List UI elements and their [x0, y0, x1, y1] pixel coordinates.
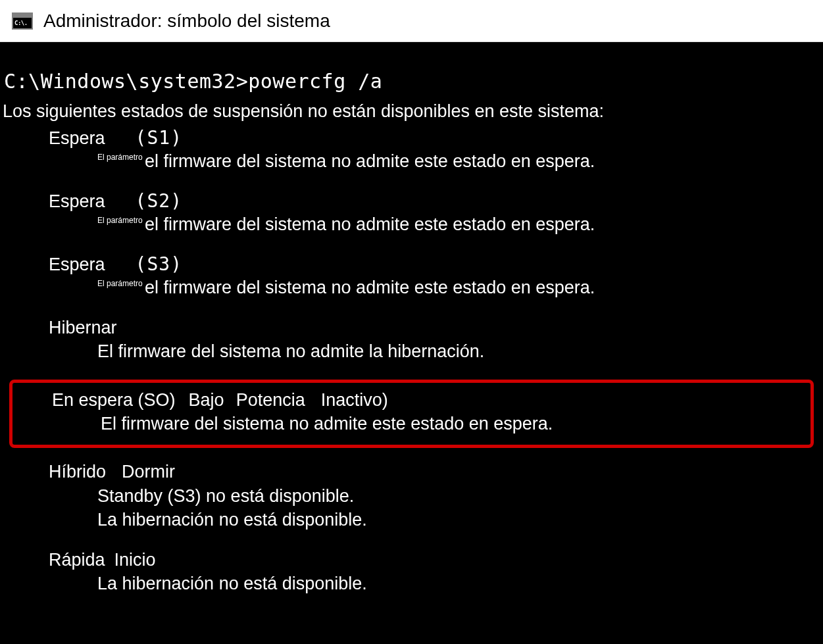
state-hibernate-title: Hibernar: [0, 316, 823, 339]
state-s3-code: (S3): [136, 252, 182, 277]
window-title: Administrador: símbolo del sistema: [43, 11, 330, 32]
state-s0-title: En espera (SO) Bajo Potencia Inactivo): [12, 388, 811, 412]
state-s1: Espera (S1) El parámetro el firmware del…: [0, 126, 823, 173]
state-s1-desc: el firmware del sistema no admite este e…: [145, 151, 595, 171]
state-s2-desc: el firmware del sistema no admite este e…: [145, 214, 595, 234]
state-s2-name: Espera: [49, 189, 105, 213]
state-s0-desc: El firmware del sistema no admite este e…: [12, 412, 811, 435]
state-s1-name: Espera: [49, 126, 105, 150]
state-s1-desc-wrap: El parámetro el firmware del sistema no …: [0, 149, 823, 173]
state-fast-desc: La hibernación no está disponible.: [0, 572, 823, 595]
state-s2-prefix: El parámetro: [97, 215, 143, 226]
state-s3-prefix: El parámetro: [97, 278, 143, 289]
state-hybrid: Híbrido Dormir Standby (S3) no está disp…: [0, 460, 823, 532]
state-s3: Espera (S3) El parámetro el firmware del…: [0, 252, 823, 299]
command-prompt-line: C:\Windows\system32>powercfg /a: [0, 68, 823, 95]
state-hybrid-title: Híbrido Dormir: [0, 460, 823, 483]
titlebar[interactable]: C:\. Administrador: símbolo del sistema: [0, 0, 823, 42]
state-s2-code: (S2): [136, 189, 182, 214]
cmd-icon-text: C:\.: [14, 20, 28, 26]
state-fast-name-p1: Rápida: [49, 548, 105, 572]
state-s1-code: (S1): [136, 126, 182, 151]
highlighted-state-s0: En espera (SO) Bajo Potencia Inactivo) E…: [9, 380, 814, 449]
state-s2-desc-wrap: El parámetro el firmware del sistema no …: [0, 212, 823, 236]
state-s0-name-p1: En espera (SO): [52, 388, 176, 412]
state-hybrid-name-p2: Dormir: [122, 460, 175, 483]
state-hybrid-desc1: Standby (S3) no está disponible.: [0, 484, 823, 508]
state-hibernate-desc: El firmware del sistema no admite la hib…: [0, 339, 823, 363]
state-s0-name-p3: Potencia: [236, 388, 305, 412]
state-s3-desc-wrap: El parámetro el firmware del sistema no …: [0, 276, 823, 299]
state-hibernate-name: Hibernar: [49, 316, 117, 339]
intro-text: Los siguientes estados de suspensión no …: [0, 99, 823, 123]
state-s2-title: Espera (S2): [0, 189, 823, 214]
state-s0-name-p2: Bajo: [189, 388, 224, 412]
state-s0-name-p4: Inactivo): [321, 388, 388, 412]
state-s3-desc: el firmware del sistema no admite este e…: [145, 278, 595, 297]
state-hybrid-desc2: La hibernación no está disponible.: [0, 508, 823, 532]
state-fast-title: Rápida Inicio: [0, 548, 823, 572]
state-s3-name: Espera: [49, 253, 105, 276]
state-s3-title: Espera (S3): [0, 252, 823, 277]
terminal-output[interactable]: C:\Windows\system32>powercfg /a Los sigu…: [0, 42, 823, 596]
state-fast: Rápida Inicio La hibernación no está dis…: [0, 548, 823, 596]
state-s1-title: Espera (S1): [0, 126, 823, 151]
state-hibernate: Hibernar El firmware del sistema no admi…: [0, 316, 823, 364]
state-hybrid-name-p1: Híbrido: [49, 460, 106, 483]
state-s2: Espera (S2) El parámetro el firmware del…: [0, 189, 823, 236]
state-s1-prefix: El parámetro: [97, 152, 143, 162]
cmd-icon: C:\.: [12, 12, 33, 30]
state-fast-name-p2: Inicio: [114, 548, 156, 572]
